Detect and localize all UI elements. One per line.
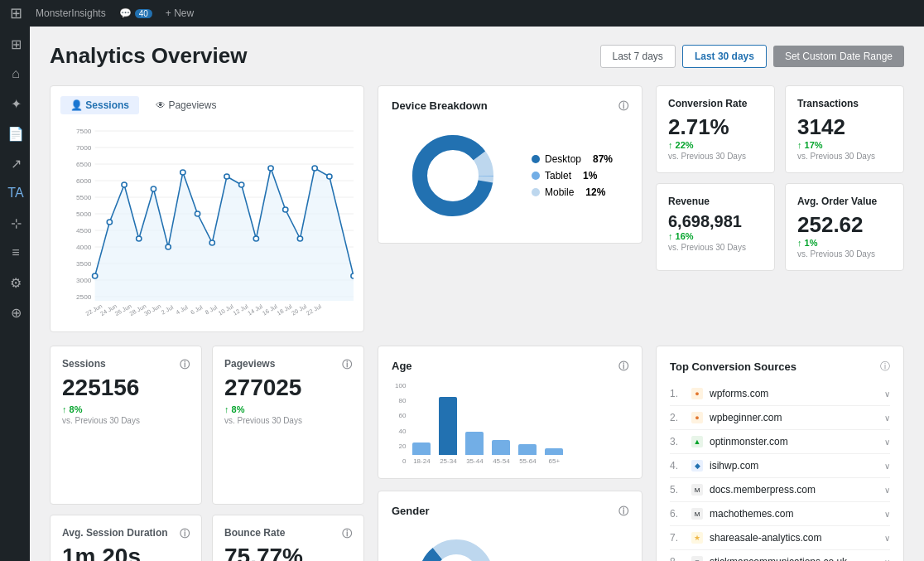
svg-text:10 Jul: 10 Jul	[217, 303, 234, 317]
device-info-icon[interactable]: ⓘ	[618, 99, 628, 114]
age-group-45-54: 45-54	[492, 440, 510, 465]
svg-point-39	[351, 273, 354, 278]
name-3: optinmonster.com	[710, 436, 878, 447]
device-donut-chart	[407, 130, 498, 221]
last-7-days-button[interactable]: Last 7 days	[600, 45, 676, 68]
age-y-axis: 100 80 60 40 20 0	[395, 382, 409, 465]
conversion-rate-value: 2.71%	[668, 114, 763, 140]
age-bar-55-64	[518, 444, 537, 455]
new-button[interactable]: + New	[166, 7, 194, 19]
device-chart-wrapper: Desktop 87% Tablet 1% Mobile	[392, 122, 628, 230]
revenue-value: 6,698,981	[668, 212, 763, 231]
pageviews-tab[interactable]: 👁 Pageviews	[146, 96, 226, 114]
sidebar-icon-star[interactable]: ✦	[0, 89, 30, 118]
rank-7: 7.	[670, 532, 685, 544]
age-group-55-64: 55-64	[518, 444, 537, 465]
sessions-stat-card: Sessions ⓘ 225156 ↑ 8% vs. Previous 30 D…	[50, 346, 202, 505]
svg-point-37	[312, 166, 317, 171]
avg-session-label: Avg. Session Duration ⓘ	[62, 527, 190, 539]
bounce-rate-info-icon[interactable]: ⓘ	[342, 527, 352, 541]
bottom-grid: Sessions ⓘ 225156 ↑ 8% vs. Previous 30 D…	[50, 346, 904, 561]
age-label-35-44: 35-44	[466, 457, 483, 465]
sidebar-icon-wp[interactable]: ⊞	[0, 30, 30, 58]
revenue-change: ↑ 16%	[668, 231, 763, 241]
custom-date-range-button[interactable]: Set Custom Date Range	[773, 46, 904, 67]
age-label-18-24: 18-24	[413, 457, 430, 465]
sidebar-icon-arrow[interactable]: ↗	[0, 149, 30, 177]
chevron-2[interactable]: ∨	[884, 413, 890, 423]
favicon-8: ■	[691, 556, 703, 561]
sidebar-icon-ta[interactable]: TA	[0, 179, 30, 207]
svg-text:5500: 5500	[76, 194, 92, 201]
chevron-7[interactable]: ∨	[884, 534, 890, 543]
sidebar-icon-circle[interactable]: ⊕	[0, 298, 30, 326]
age-bars: 18-24 25-34 35-44	[412, 382, 563, 465]
avg-session-info-icon[interactable]: ⓘ	[180, 527, 190, 541]
name-1: wpforms.com	[710, 388, 878, 399]
avg-order-label: Avg. Order Value	[797, 196, 892, 207]
conversions-header: Top Conversion Sources ⓘ	[670, 360, 890, 374]
chevron-3[interactable]: ∨	[884, 438, 890, 447]
svg-point-26	[151, 186, 156, 191]
page-header: Analytics Overview Last 7 days Last 30 d…	[50, 43, 904, 69]
device-title: Device Breakdown ⓘ	[392, 99, 628, 112]
legend-desktop: Desktop 87%	[532, 153, 613, 165]
favicon-2: ●	[691, 412, 703, 423]
chevron-5[interactable]: ∨	[884, 486, 890, 495]
chevron-1[interactable]: ∨	[884, 389, 890, 399]
svg-text:7500: 7500	[76, 128, 92, 135]
mobile-dot	[532, 188, 540, 196]
transactions-change: ↑ 17%	[797, 140, 892, 150]
name-7: shareasale-analytics.com	[710, 532, 878, 544]
mobile-label: Mobile	[545, 186, 574, 198]
sidebar-icon-plus[interactable]: ⊹	[0, 209, 30, 237]
rank-2: 2.	[670, 412, 685, 423]
age-label-25-34: 25-34	[440, 457, 456, 465]
chevron-4[interactable]: ∨	[884, 462, 890, 471]
notifications[interactable]: 💬 40	[119, 7, 152, 19]
name-2: wpbeginner.com	[710, 412, 878, 423]
conversion-rate-card: Conversion Rate 2.71% ↑ 22% vs. Previous…	[656, 85, 775, 173]
sidebar-icon-menu[interactable]: ≡	[0, 239, 30, 267]
gender-wrapper: female 36% male 64%	[392, 527, 628, 561]
sidebar-icon-gear[interactable]: ⚙	[0, 268, 30, 297]
conversion-item-2: 2. ● wpbeginner.com ∨	[670, 406, 890, 430]
top-grid: 👤 Sessions 👁 Pageviews	[50, 85, 904, 332]
right-column: Conversion Rate 2.71% ↑ 22% vs. Previous…	[656, 85, 904, 332]
conversion-item-1: 1. ● wpforms.com ∨	[670, 382, 890, 406]
conversion-item-7: 7. ★ shareasale-analytics.com ∨	[670, 526, 890, 550]
transactions-value: 3142	[797, 114, 892, 140]
svg-point-33	[253, 236, 258, 241]
age-info-icon[interactable]: ⓘ	[618, 360, 628, 374]
wp-logo: ⊞	[10, 4, 22, 22]
desktop-dot	[532, 155, 540, 163]
tablet-value: 1%	[583, 170, 597, 181]
pageviews-info-icon[interactable]: ⓘ	[342, 358, 352, 372]
conversion-item-8: 8. ■ stickmancommunications.co.uk ∨	[670, 550, 890, 561]
svg-point-38	[327, 174, 332, 179]
sessions-info-icon[interactable]: ⓘ	[180, 358, 190, 372]
svg-point-24	[122, 182, 127, 187]
conversion-item-6: 6. M machothemes.com ∨	[670, 502, 890, 526]
sessions-tab[interactable]: 👤 Sessions	[60, 96, 139, 114]
avg-order-value: 252.62	[797, 212, 892, 238]
sidebar-icon-home[interactable]: ⌂	[0, 60, 30, 88]
conversions-info-icon[interactable]: ⓘ	[880, 360, 890, 374]
right-stats-grid: Conversion Rate 2.71% ↑ 22% vs. Previous…	[656, 85, 904, 271]
conversion-rate-vs: vs. Previous 30 Days	[668, 152, 763, 161]
gender-info-icon[interactable]: ⓘ	[618, 505, 628, 519]
monster-insights-link[interactable]: MonsterInsights	[36, 7, 106, 19]
chevron-6[interactable]: ∨	[884, 510, 890, 519]
svg-point-35	[283, 207, 288, 212]
site-name[interactable]: MonsterInsights	[36, 7, 106, 19]
age-chart: 100 80 60 40 20 0 18-24	[392, 382, 628, 465]
svg-point-59	[430, 152, 476, 199]
svg-text:7000: 7000	[76, 144, 92, 152]
revenue-card: Revenue 6,698,981 ↑ 16% vs. Previous 30 …	[656, 183, 775, 271]
revenue-vs: vs. Previous 30 Days	[668, 243, 763, 252]
sidebar-icon-pages[interactable]: 📄	[0, 119, 30, 148]
age-group-65plus: 65+	[545, 448, 563, 465]
chevron-8[interactable]: ∨	[884, 558, 890, 562]
desktop-value: 87%	[593, 153, 613, 165]
last-30-days-button[interactable]: Last 30 days	[682, 45, 767, 68]
